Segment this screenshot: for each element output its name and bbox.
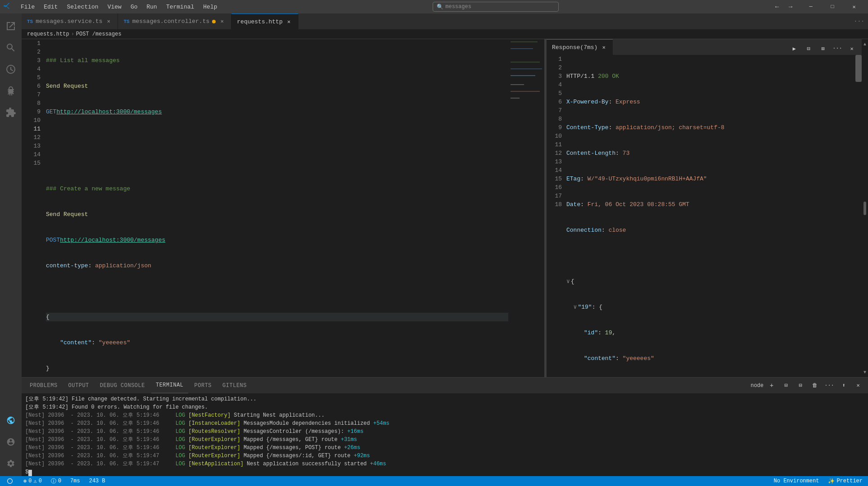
status-info[interactable]: ⓘ 0: [49, 477, 63, 485]
terminal-line-8: [Nest] 20396 - 2023. 10. 06. 오후 5:19:46 …: [25, 444, 864, 452]
editor-pane[interactable]: 1 2 3 4 5 6 7 8 9 10 11 12 13: [22, 39, 544, 377]
terminal-add-icon[interactable]: +: [765, 379, 778, 392]
code-content[interactable]: ### List all messages Send Request GET h…: [44, 39, 508, 377]
status-time[interactable]: 7ms: [68, 478, 82, 484]
close-button[interactable]: ✕: [844, 0, 864, 14]
status-bar-right: No Environment ✨ Prettier: [772, 478, 864, 485]
terminal-trash-icon[interactable]: 🗑: [809, 379, 821, 392]
code-line-4: [46, 133, 508, 142]
line-num-14: 14: [22, 150, 41, 159]
status-prettier[interactable]: ✨ Prettier: [826, 478, 864, 485]
scroll-up-arrow[interactable]: ▲: [862, 41, 868, 47]
terminal-layout-icon[interactable]: ⊟: [794, 379, 807, 392]
menu-terminal[interactable]: Terminal: [163, 3, 198, 11]
terminal-tab-gitlens[interactable]: GITLENS: [218, 378, 251, 393]
status-remote[interactable]: [4, 478, 16, 484]
menu-edit[interactable]: Edit: [40, 3, 61, 11]
terminal-close-icon[interactable]: ✕: [852, 379, 864, 392]
terminal-controls: node + ⊟ ⊟ 🗑 ··· ⬆ ✕: [750, 379, 864, 392]
response-scrollbar[interactable]: [855, 55, 862, 377]
terminal-split-icon[interactable]: ⊟: [780, 379, 792, 392]
editor-content: 1 2 3 4 5 6 7 8 9 10 11 12 13: [22, 39, 868, 377]
menu-bar: File Edit Selection View Go Run Terminal…: [17, 3, 221, 11]
response-tab[interactable]: Response(7ms) ✕: [547, 39, 613, 55]
activity-explorer[interactable]: [0, 15, 22, 37]
terminal-line-5: [Nest] 20396 - 2023. 10. 06. 오후 5:19:46 …: [25, 419, 864, 428]
code-line-9: content-type: application/json: [46, 261, 508, 270]
prettier-label: Prettier: [836, 478, 863, 484]
terminal-expand-icon[interactable]: ⬆: [837, 379, 850, 392]
nav-forward-icon[interactable]: →: [784, 0, 797, 13]
scroll-thumb[interactable]: [863, 202, 866, 215]
search-text: messages: [445, 4, 471, 10]
response-more-icon[interactable]: ···: [831, 42, 844, 55]
terminal-tab-ports[interactable]: PORTS: [190, 378, 217, 393]
menu-help[interactable]: Help: [199, 3, 221, 11]
code-line-11: {: [46, 313, 508, 321]
vscode-logo: [4, 2, 11, 12]
menu-go[interactable]: Go: [127, 3, 141, 11]
breadcrumb-section[interactable]: POST /messages: [76, 31, 122, 37]
send-request-1[interactable]: Send Request: [46, 82, 88, 90]
minimize-button[interactable]: ─: [800, 0, 821, 14]
menu-selection[interactable]: Selection: [63, 3, 102, 11]
response-content[interactable]: 1 2 3 4 5 6 7 8 9 10 11: [547, 55, 862, 377]
tab-close-service[interactable]: ✕: [105, 18, 112, 25]
status-errors[interactable]: ⊗ 0 ⚠ 0: [22, 478, 44, 485]
info-count: 0: [58, 478, 61, 484]
editor-scrollbar[interactable]: ▲ ▼: [862, 39, 868, 377]
window-controls: ─ □ ✕: [800, 0, 864, 14]
line-num-11: 11: [22, 125, 41, 133]
status-size[interactable]: 243 B: [87, 478, 107, 484]
code-line-3: GET http://localhost:3000/messages: [46, 108, 508, 116]
line-num-15: 15: [22, 159, 41, 167]
response-split-icon[interactable]: ⊟: [802, 42, 815, 55]
maximize-button[interactable]: □: [822, 0, 843, 14]
response-layout-icon[interactable]: ⊞: [817, 42, 829, 55]
tab-messages-service[interactable]: TS messages.service.ts ✕: [22, 14, 118, 29]
activity-account[interactable]: [0, 431, 22, 453]
tab-messages-controller[interactable]: TS messages.controller.ts ✕: [118, 14, 231, 29]
nav-back-icon[interactable]: ←: [771, 0, 783, 13]
activity-search[interactable]: [0, 37, 22, 58]
response-collapse-icon[interactable]: ✕: [845, 42, 858, 55]
scroll-down-arrow[interactable]: ▼: [862, 369, 868, 375]
minimap-content: [508, 39, 544, 219]
terminal-tab-debug[interactable]: DEBUG CONSOLE: [95, 378, 149, 393]
tab-close-controller[interactable]: ✕: [218, 18, 226, 25]
menu-view[interactable]: View: [104, 3, 125, 11]
activity-source-control[interactable]: [0, 58, 22, 80]
terminal-tab-problems[interactable]: PROBLEMS: [25, 378, 62, 393]
editor-area: TS messages.service.ts ✕ TS messages.con…: [22, 14, 868, 476]
send-request-2[interactable]: Send Request: [46, 210, 88, 219]
terminal-tab-terminal[interactable]: TERMINAL: [151, 378, 188, 393]
search-bar[interactable]: 🔍 messages: [433, 2, 559, 12]
terminal-line-2: [오후 5:19:42] Found 0 errors. Watching fo…: [25, 403, 864, 411]
time-value: 7ms: [70, 478, 80, 484]
terminal-tab-output[interactable]: OUTPUT: [64, 378, 94, 393]
response-run-icon[interactable]: ▶: [788, 42, 800, 55]
response-tab-close[interactable]: ✕: [600, 44, 607, 51]
activity-debug[interactable]: [0, 80, 22, 102]
menu-run[interactable]: Run: [143, 3, 160, 11]
no-env-label: No Environment: [774, 478, 819, 484]
status-no-environment[interactable]: No Environment: [772, 478, 821, 484]
tab-requests[interactable]: requests.http ✕: [231, 14, 298, 29]
svg-rect-7: [511, 98, 520, 99]
activity-extensions[interactable]: [0, 102, 22, 123]
code-line-10: [46, 287, 508, 296]
ts-icon: TS: [27, 19, 33, 24]
breadcrumb-file[interactable]: requests.http: [27, 31, 69, 37]
activity-settings[interactable]: [0, 453, 22, 474]
tab-more-button[interactable]: ···: [850, 14, 868, 29]
tab-close-requests[interactable]: ✕: [285, 18, 293, 25]
activity-remote[interactable]: [0, 410, 22, 431]
terminal-more-icon[interactable]: ···: [823, 379, 836, 392]
svg-rect-3: [511, 68, 542, 69]
svg-rect-1: [511, 48, 533, 49]
line-num-7: 7: [22, 90, 41, 99]
response-scroll-thumb[interactable]: [855, 55, 862, 82]
terminal-content[interactable]: [오후 5:19:42] File change detected. Start…: [22, 393, 868, 476]
menu-file[interactable]: File: [17, 3, 38, 11]
line-num-10: 10: [22, 116, 41, 125]
